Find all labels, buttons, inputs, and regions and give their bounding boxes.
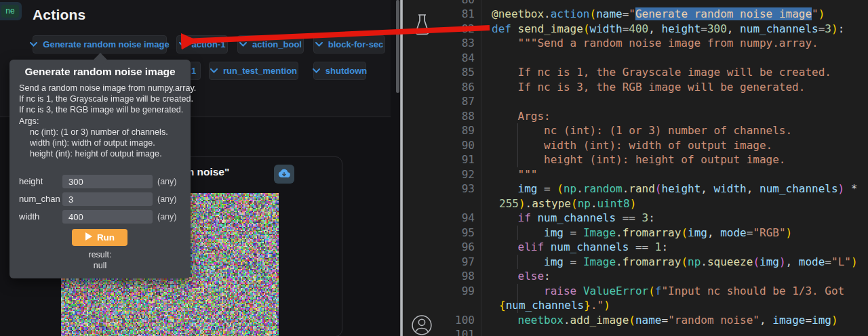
action-button-label: run_test_mention [223,66,297,76]
status-badge: ne [0,2,22,20]
chevron-down-icon [179,42,186,47]
line-number: 95 [403,226,475,240]
action-button[interactable]: block-for-sec [313,35,385,54]
code-line[interactable]: 255).astype(np.uint8) [403,196,868,211]
code-token: , [760,314,772,327]
code-token: , [786,255,799,268]
code-token: : [661,240,668,253]
code-token: 3 [825,22,831,35]
num-chan-input[interactable] [62,192,153,206]
code-token: img [688,226,707,239]
code-token: " [812,7,818,20]
action-button[interactable]: action-1 [176,35,228,54]
code-line[interactable]: 92 """ [403,167,868,182]
code-line[interactable]: 81@neetbox.action(name="Generate random … [403,7,868,22]
code-editor[interactable]: 8081@neetbox.action(name="Generate rando… [403,0,868,336]
code-token: num_channels [551,240,629,253]
code-line-text: width (int): width of output image. [492,138,772,153]
code-line[interactable]: 90 width (int): width of output image. [403,138,868,153]
code-token: "random noise" [668,314,760,327]
action-button[interactable]: run_test_mention [209,62,298,80]
code-token: , [747,182,760,195]
run-button[interactable]: Run [72,229,127,246]
code-token: { [499,299,506,312]
action-button[interactable]: action_bool [237,35,304,54]
code-line[interactable]: 96 elif num_channels == 1: [403,240,868,255]
code-line[interactable]: 86 If nc is 3, the RGB image will be gen… [403,80,868,95]
code-token: ) [838,182,845,195]
code-line-text: If nc is 3, the RGB image will be genera… [492,80,805,95]
code-token: elif [518,240,545,253]
code-token: : [838,22,845,35]
line-number: 84 [403,51,475,66]
line-number: 97 [403,255,475,270]
code-token [492,182,518,195]
account-icon[interactable] [409,314,435,336]
result-label: result: [9,250,191,259]
width-input[interactable] [62,210,153,224]
beaker-icon[interactable] [414,14,430,38]
code-token: img [760,255,779,268]
code-token: np [564,182,576,195]
indent-guide [517,255,518,270]
code-line[interactable]: 85 If nc is 1, the Grayscale image will … [403,65,868,80]
code-token: name [596,7,623,20]
code-token: add_image [570,314,629,327]
result-value: null [9,261,191,270]
code-token: . [623,182,629,195]
code-line[interactable]: {num_channels}.") [403,298,868,313]
code-token: == [629,240,655,253]
code-line[interactable]: 80 [403,0,868,7]
code-line[interactable]: 91 height (int): height of output image. [403,152,868,167]
line-number: 83 [403,36,475,51]
code-token: squeeze [707,255,753,268]
scrollbar-thumb[interactable] [396,0,399,93]
code-token [531,211,538,224]
code-line-text: raise ValueError(f"Input nc should be 1/… [492,284,844,299]
code-line[interactable]: 101 [403,327,868,336]
code-token: . [591,197,597,210]
action-button-label: block-for-sec [328,39,384,49]
code-line[interactable]: 99 raise ValueError(f"Input nc should be… [403,284,868,299]
tooltip-description-line: width (int): width of output image. [30,138,155,148]
code-line[interactable]: 94 if num_channels == 3: [403,211,868,226]
code-line[interactable]: 95 img = Image.fromarray(img, mode="RGB"… [403,226,868,240]
code-token [492,211,518,224]
code-line[interactable]: 97 img = Image.fromarray(np.squeeze(img)… [403,255,868,270]
code-token: neetbox [518,314,564,327]
code-token: , [727,22,740,35]
code-token [492,314,518,327]
code-line[interactable]: 98 else: [403,269,868,284]
code-line[interactable]: 84 [403,51,868,66]
code-line[interactable]: 88 Args: [403,109,868,124]
action-button[interactable]: shutdown [313,62,366,80]
code-line[interactable]: 83 """Send a random noise image from num… [403,36,868,51]
code-line[interactable]: 93 img = (np.random.rand(height, width, … [403,182,868,196]
code-token: img [544,226,564,239]
line-number: 82 [403,22,475,37]
code-line[interactable]: 87 [403,94,868,109]
status-badge-label: ne [1,5,19,18]
code-line-text: @neetbox.action(name="Generate random no… [492,7,825,22]
code-token: def [492,22,511,35]
code-token: = [537,182,557,195]
download-image-button[interactable] [274,165,294,184]
field-label: width [19,210,39,224]
code-token: @neetbox [492,7,544,20]
code-token: width [590,22,623,35]
window-divider [400,0,403,336]
code-token: ." [591,299,604,312]
code-token [492,240,518,253]
action-button-label: Generate random noise image [43,39,169,49]
action-button[interactable]: Generate random noise image [33,35,167,54]
indent-guide [517,226,518,240]
code-token: """ [492,168,537,181]
code-line[interactable]: 100 neetbox.add_image(name="random noise… [403,313,868,328]
code-line[interactable]: 82def send_image(width=400, height=300, … [403,22,868,37]
code-line[interactable]: 89 nc (int): (1 or 3) number of channels… [403,123,868,138]
code-token: . [544,7,551,20]
chevron-down-icon [210,68,218,73]
code-line-text: img = Image.fromarray(np.squeeze(img), m… [492,255,858,270]
code-line-text: height (int): height of output image. [492,152,785,167]
height-input[interactable] [62,175,153,188]
